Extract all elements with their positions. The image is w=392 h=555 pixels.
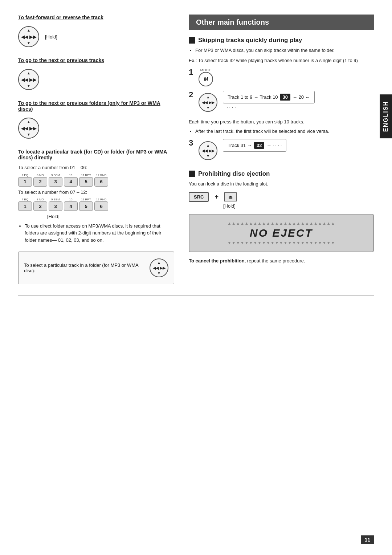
key-5: 11 RPT 5 [79,174,93,187]
track-highlight-2: 30 [280,94,290,101]
control-button-step2: ▲ ◀◀ ▶▶ ▼ [199,93,217,112]
key-2: 8 MO 2 [33,174,47,187]
step-1: 1 MODE M [189,68,374,86]
cancel-bold: To cancel the prohibition, [189,258,246,264]
locate-track-bullets: To use direct folder access on MP3/WMA d… [18,223,174,244]
track-flow-2-line1: Track 1 to 9 → Track 10 30 ← 20 ← [223,91,314,103]
key-6-label: 12 RND [96,174,106,177]
up-arrow-s2: ▲ [206,95,210,99]
right-s2: ▶▶ [209,100,215,105]
key-5b-label: 11 RPT [81,198,91,201]
key-3b-body: 3 [49,201,62,211]
prohibiting-heading: Prohibiting disc ejection [189,170,374,177]
up-arrow-icon-f: ▲ [157,261,161,265]
key-4b: 10 4 [64,198,78,211]
step-1-num: 1 [189,68,193,76]
track-flow-2: Track 1 to 9 → Track 10 30 ← 20 ← · · · … [223,91,314,110]
key-1-label: 7 EQ [22,174,28,177]
up-s3: ▲ [206,143,210,147]
right-arrow-icon: ▶▶ [29,34,37,40]
skipping-bullets: For MP3 or WMA discs, you can skip track… [189,47,374,54]
each-time-text: Each time you press the button, you can … [189,118,374,126]
step-2-num: 2 [189,91,193,99]
lr-arrows-2: ◀◀ ▶▶ [21,77,37,82]
black-square-icon-2 [189,171,195,177]
left-arrow-icon-2: ◀◀ [21,77,28,82]
control-button-folder: ▲ ◀◀ ▶▶ ▼ [150,258,168,277]
page-number: 11 [361,535,374,544]
down-s2: ▼ [206,106,210,110]
after-last-bullet: After the last track, the first track wi… [195,128,374,135]
folders-controls: ▲ ◀◀ ▶▶ ▼ [18,115,174,141]
dots-3: → · · · · [266,143,282,148]
lr-arrows-3: ◀◀ ▶▶ [21,126,37,131]
up-arrow-icon-2: ▲ [27,71,30,75]
key-5-body: 5 [79,177,93,187]
hold-label-1: [Hold] [45,34,57,40]
bottom-divider [18,295,374,295]
left-s3: ◀◀ [202,148,208,153]
right-arrow-icon-f: ▶▶ [160,266,166,270]
next-prev-controls: ▲ ◀◀ ▶▶ ▼ [18,67,174,92]
down-arrow-icon: ▼ [27,41,30,45]
black-square-icon [189,37,195,44]
left-s2: ◀◀ [202,100,208,105]
track-flow-3: Track 31 → 32 → · · · · [223,139,286,152]
cancel-note: To cancel the prohibition, repeat the sa… [189,257,374,265]
up-arrow-icon-3: ▲ [27,120,30,124]
locate-track-bullet-1: To use direct folder access on MP3/WMA d… [25,223,174,244]
example-text: To select track 32 while playing tracks … [198,58,358,63]
eject-button: ⏏ [224,192,237,201]
key-5b-body: 5 [79,201,93,211]
key-1-body: 1 [18,177,32,187]
key-2b: 8 MO 2 [33,198,47,211]
src-eject-row: SRC + ⏏ [189,192,374,202]
folders-heading: To go to the next or previous folders (o… [18,100,174,112]
key-1: 7 EQ 1 [18,174,32,187]
prohibiting-section: Prohibiting disc ejection You can lock a… [189,170,374,264]
key-6b-label: 12 RND [96,198,106,201]
next-prev-section: To go to the next or previous tracks ▲ ◀… [18,57,174,92]
key-3b-label: 9 SSM [51,198,60,201]
key-2-body: 2 [33,177,47,187]
locate-track-heading: To locate a particular track (for CD) or… [18,149,174,160]
key-1b-label: 7 EQ [22,198,28,201]
english-tab: ENGLISH [380,94,392,138]
mode-circle: M [199,72,213,86]
mode-button: MODE M [199,68,213,86]
skipping-heading: Skipping tracks quickly during play [189,37,374,44]
control-button-1: ▲ ◀◀ ▶▶ ▼ [18,26,39,47]
key-6b-body: 6 [94,201,108,211]
plus-icon: + [215,193,219,201]
track-flow-2-text1: Track 1 to 9 → Track 10 [228,94,278,100]
after-last-bullets: After the last track, the first track wi… [189,128,374,135]
folder-box-text: To select a particular track in a folder… [24,262,150,273]
lr-s2: ◀◀ ▶▶ [202,100,215,105]
range2-label: To select a number from 07 – 12: [18,189,174,196]
key-6b: 12 RND 6 [94,198,108,211]
key-6-body: 6 [94,177,108,187]
key-3: 9 SSM 3 [49,174,62,187]
key-4-label: 10 [69,174,73,177]
key-2b-body: 2 [33,201,47,211]
key-4b-label: 10 [69,198,73,201]
example-label: Ex.: [189,58,197,63]
lr-arrows: ◀◀ ▶▶ [21,34,37,40]
lr-arrows-f: ◀◀ ▶▶ [153,266,166,270]
key-4b-body: 4 [64,201,78,211]
range1-label: To select a number from 01 – 06: [18,164,174,171]
track-flow-2-text2: ← 20 ← [293,94,310,100]
down-arrow-icon-3: ▼ [27,132,30,136]
no-eject-display: ▲▲▲▲▲▲▲▲▲▲▲▲▲▲▲▲▲▲▲▲▲▲▲▲▲ NO EJECT ▼▼▼▼▼… [189,214,374,252]
key-1b: 7 EQ 1 [18,198,32,211]
key-6: 12 RND 6 [94,174,108,187]
key-4: 10 4 [64,174,78,187]
hold-label-ejection: [Hold] [223,203,374,209]
left-arrow-icon-f: ◀◀ [153,266,159,270]
step-3-num: 3 [189,139,193,147]
no-eject-text: NO EJECT [200,227,362,239]
key-5b: 11 RPT 5 [79,198,93,211]
fast-forward-heading: To fast-forward or reverse the track [18,15,174,20]
lr-s3: ◀◀ ▶▶ [202,148,215,153]
folder-box: To select a particular track in a folder… [18,252,174,284]
